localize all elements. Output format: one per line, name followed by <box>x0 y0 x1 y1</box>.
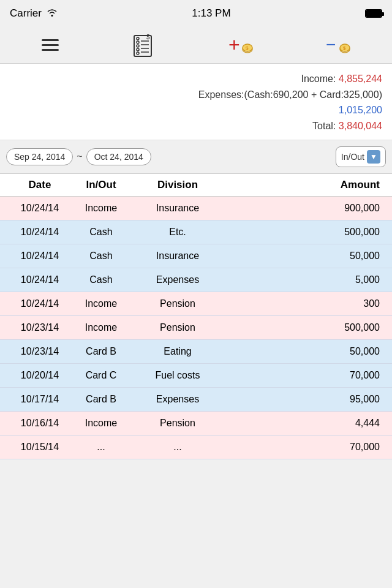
cell-division: Eating <box>129 346 227 357</box>
menu-button[interactable] <box>42 39 59 51</box>
status-time: 1:13 PM <box>192 7 230 20</box>
table-row[interactable]: 10/23/14 Card B Eating 50,000 <box>0 340 392 364</box>
svg-point-1 <box>137 37 139 40</box>
dropdown-arrow-icon: ▼ <box>367 150 380 164</box>
inout-filter-dropdown[interactable]: In/Out ▼ <box>336 146 386 167</box>
table-row[interactable]: 10/24/14 Cash Insurance 50,000 <box>0 244 392 268</box>
cell-date: 10/24/14 <box>6 298 74 309</box>
header-amount: Amount <box>227 179 386 191</box>
date-range-tilde: ~ <box>77 151 82 162</box>
table-row[interactable]: 10/23/14 Income Pension 500,000 <box>0 316 392 340</box>
toolbar: $ + $ − $ <box>0 27 392 64</box>
cell-inout: Income <box>74 203 129 214</box>
cell-amount: 50,000 <box>227 251 386 262</box>
cell-division: Expenses <box>129 394 227 405</box>
battery-icon <box>365 9 382 18</box>
cell-date: 10/24/14 <box>6 227 74 238</box>
cell-date: 10/23/14 <box>6 322 74 333</box>
cell-inout: Income <box>74 298 129 309</box>
svg-text:−: − <box>326 35 336 54</box>
svg-text:$: $ <box>343 45 346 51</box>
total-label: Total: <box>312 121 336 131</box>
notebook-icon: $ <box>129 32 156 59</box>
svg-point-4 <box>137 48 139 51</box>
svg-point-2 <box>137 41 139 43</box>
expenses-value: 1,015,200 <box>339 105 382 115</box>
cell-division: Pension <box>129 298 227 309</box>
income-value: 4,855,244 <box>339 74 382 84</box>
svg-point-3 <box>137 45 139 47</box>
cell-date: 10/15/14 <box>6 442 74 453</box>
cell-inout: Card B <box>74 394 129 405</box>
cell-amount: 500,000 <box>227 322 386 333</box>
cell-inout: ... <box>74 442 129 453</box>
end-date-picker[interactable]: Oct 24, 2014 <box>86 148 151 165</box>
table-row[interactable]: 10/17/14 Card B Expenses 95,000 <box>0 388 392 412</box>
expenses-value-line: 1,015,200 <box>10 102 382 118</box>
income-line: Income: 4,855,244 <box>10 71 382 87</box>
subtract-button[interactable]: − $ <box>324 32 351 59</box>
cell-amount: 95,000 <box>227 394 386 405</box>
svg-text:$: $ <box>246 45 249 51</box>
header-date: Date <box>6 179 74 191</box>
table-row[interactable]: 10/24/14 Cash Expenses 5,000 <box>0 268 392 292</box>
cell-amount: 4,444 <box>227 418 386 429</box>
carrier-label: Carrier <box>10 7 42 20</box>
add-icon: + $ <box>227 32 254 59</box>
hamburger-icon <box>42 39 59 51</box>
cell-amount: 900,000 <box>227 203 386 214</box>
cell-date: 10/16/14 <box>6 418 74 429</box>
expenses-label: Expenses:(Cash:690,200 + Card:325,000) <box>198 89 382 100</box>
cell-division: Expenses <box>129 274 227 285</box>
cell-amount: 5,000 <box>227 274 386 285</box>
svg-text:$: $ <box>146 34 150 40</box>
cell-inout: Income <box>74 322 129 333</box>
cell-division: Fuel costs <box>129 370 227 381</box>
header-inout: In/Out <box>74 179 129 191</box>
status-bar: Carrier 1:13 PM <box>0 0 392 27</box>
header-division: Division <box>129 179 227 191</box>
table-row[interactable]: 10/15/14 ... ... 70,000 <box>0 435 392 459</box>
status-left: Carrier <box>10 7 58 20</box>
cell-date: 10/24/14 <box>6 203 74 214</box>
cell-amount: 300 <box>227 298 386 309</box>
cell-date: 10/17/14 <box>6 394 74 405</box>
cell-inout: Card C <box>74 370 129 381</box>
wifi-icon <box>47 7 58 20</box>
total-line: Total: 3,840,044 <box>10 118 382 134</box>
cell-amount: 50,000 <box>227 346 386 357</box>
svg-point-5 <box>137 52 139 55</box>
cell-date: 10/23/14 <box>6 346 74 357</box>
add-button[interactable]: + $ <box>227 32 254 59</box>
cell-inout: Card B <box>74 346 129 357</box>
summary-section: Income: 4,855,244 Expenses:(Cash:690,200… <box>0 64 392 140</box>
table-row[interactable]: 10/24/14 Cash Etc. 500,000 <box>0 221 392 244</box>
cell-inout: Cash <box>74 251 129 262</box>
table-header-row: Date In/Out Division Amount <box>0 174 392 197</box>
table-row[interactable]: 10/16/14 Income Pension 4,444 <box>0 412 392 435</box>
cell-date: 10/20/14 <box>6 370 74 381</box>
table-row[interactable]: 10/24/14 Income Pension 300 <box>0 292 392 316</box>
cell-division: Pension <box>129 322 227 333</box>
cell-amount: 500,000 <box>227 227 386 238</box>
cell-inout: Income <box>74 418 129 429</box>
cell-division: Insurance <box>129 203 227 214</box>
cell-amount: 70,000 <box>227 442 386 453</box>
filter-row: Sep 24, 2014 ~ Oct 24, 2014 In/Out ▼ <box>0 140 392 174</box>
total-value: 3,840,044 <box>339 121 382 131</box>
cell-division: ... <box>129 442 227 453</box>
table-body: 10/24/14 Income Insurance 900,000 10/24/… <box>0 197 392 459</box>
table-row[interactable]: 10/20/14 Card C Fuel costs 70,000 <box>0 364 392 388</box>
cell-division: Etc. <box>129 227 227 238</box>
start-date-picker[interactable]: Sep 24, 2014 <box>6 148 73 165</box>
cell-inout: Cash <box>74 227 129 238</box>
income-label: Income: <box>301 74 336 84</box>
table-row[interactable]: 10/24/14 Income Insurance 900,000 <box>0 197 392 221</box>
subtract-icon: − $ <box>324 32 351 59</box>
filter-label: In/Out <box>341 152 364 162</box>
cell-date: 10/24/14 <box>6 274 74 285</box>
cell-division: Pension <box>129 418 227 429</box>
notebook-button[interactable]: $ <box>129 32 156 59</box>
cell-inout: Cash <box>74 274 129 285</box>
cell-division: Insurance <box>129 251 227 262</box>
